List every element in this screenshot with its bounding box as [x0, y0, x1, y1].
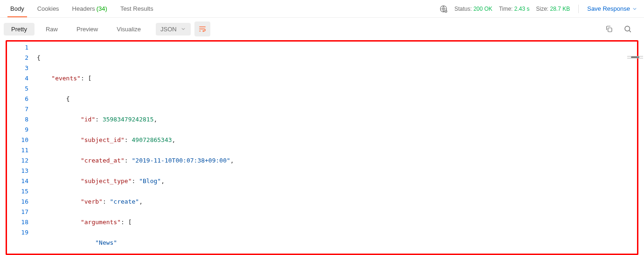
code-line: "arguments": [ [37, 217, 637, 227]
line-number: 5 [7, 84, 28, 94]
line-number: 18 [7, 217, 28, 227]
view-preview-button[interactable]: Preview [69, 23, 105, 35]
svg-rect-2 [608, 28, 612, 32]
line-number: 8 [7, 114, 28, 125]
line-number: 2 [7, 53, 28, 63]
line-number: 4 [7, 73, 28, 84]
save-response-button[interactable]: Save Response [587, 5, 640, 12]
status-size: Size: 28.7 KB [536, 6, 570, 12]
divider [578, 5, 579, 13]
line-number: 9 [7, 125, 28, 135]
code-line: "created_at": "2019-11-10T00:07:38+09:00… [37, 156, 637, 166]
line-number: 15 [7, 186, 28, 197]
chevron-down-icon [180, 26, 186, 32]
wrap-icon [198, 25, 207, 33]
svg-point-3 [625, 26, 630, 31]
size-value: 28.7 KB [550, 6, 570, 12]
tab-headers-count: (34) [97, 5, 107, 12]
tab-cookies-label: Cookies [37, 5, 59, 12]
response-topbar: Body Cookies Headers(34) Test Results St… [0, 0, 644, 18]
line-number: 16 [7, 197, 28, 207]
tab-cookies[interactable]: Cookies [31, 0, 66, 17]
network-globe-icon[interactable] [439, 5, 448, 13]
save-response-label: Save Response [587, 5, 630, 12]
size-label: Size: [536, 6, 548, 12]
language-select[interactable]: JSON [156, 23, 191, 35]
time-value: 2.43 s [514, 6, 530, 12]
copy-button[interactable] [605, 25, 613, 33]
view-pretty-button[interactable]: Pretty [4, 23, 35, 35]
tab-test-results-label: Test Results [120, 5, 153, 12]
code-line: "News" [37, 238, 637, 248]
code-line: { [37, 94, 637, 104]
status-label: Status: [454, 6, 471, 12]
chevron-down-icon [632, 6, 637, 12]
line-number: 6 [7, 94, 28, 104]
code-line: "id": 35983479242815, [37, 114, 637, 125]
tab-body[interactable]: Body [4, 0, 31, 17]
response-tabs: Body Cookies Headers(34) Test Results [4, 0, 160, 17]
code-line: { [37, 53, 637, 63]
code-area[interactable]: { "events": [ { "id": 35983479242815, "s… [33, 42, 637, 254]
tab-body-label: Body [10, 5, 24, 12]
code-line: "events": [ [37, 73, 637, 84]
view-raw-label: Raw [46, 26, 58, 33]
line-number: 11 [7, 145, 28, 156]
view-visualize-button[interactable]: Visualize [109, 23, 148, 35]
response-body-editor: 1 2 3 4 5 6 7 8 9 10 11 12 13 14 15 16 1… [6, 40, 638, 255]
wrap-lines-button[interactable] [194, 21, 210, 36]
language-select-label: JSON [160, 26, 177, 33]
time-label: Time: [499, 6, 513, 12]
right-tools [605, 25, 640, 33]
line-number: 13 [7, 166, 28, 176]
status-code: Status: 200 OK [454, 6, 492, 12]
line-number: 1 [7, 42, 28, 53]
search-button[interactable] [623, 25, 632, 33]
tab-test-results[interactable]: Test Results [114, 0, 160, 17]
line-number: 14 [7, 176, 28, 186]
code-line: "subject_id": 49072865343, [37, 135, 637, 145]
view-pretty-label: Pretty [11, 26, 27, 33]
search-icon [623, 25, 632, 33]
line-number: 10 [7, 135, 28, 145]
line-gutter: 1 2 3 4 5 6 7 8 9 10 11 12 13 14 15 16 1… [7, 42, 33, 254]
line-number: 12 [7, 156, 28, 166]
line-number: 3 [7, 63, 28, 73]
line-number: 7 [7, 104, 28, 114]
line-number: 19 [7, 227, 28, 238]
tab-headers-label: Headers [72, 5, 95, 12]
view-raw-button[interactable]: Raw [38, 23, 65, 35]
tab-headers[interactable]: Headers(34) [66, 0, 114, 17]
view-preview-label: Preview [76, 26, 98, 33]
code-line: "verb": "create", [37, 197, 637, 207]
body-toolbar: Pretty Raw Preview Visualize JSON [0, 18, 644, 40]
view-visualize-label: Visualize [117, 26, 141, 33]
status-area: Status: 200 OK Time: 2.43 s Size: 28.7 K… [439, 5, 640, 13]
line-number: 17 [7, 207, 28, 217]
code-line: "subject_type": "Blog", [37, 176, 637, 186]
status-value: 200 OK [473, 6, 492, 12]
status-time: Time: 2.43 s [499, 6, 530, 12]
copy-icon [605, 25, 613, 33]
